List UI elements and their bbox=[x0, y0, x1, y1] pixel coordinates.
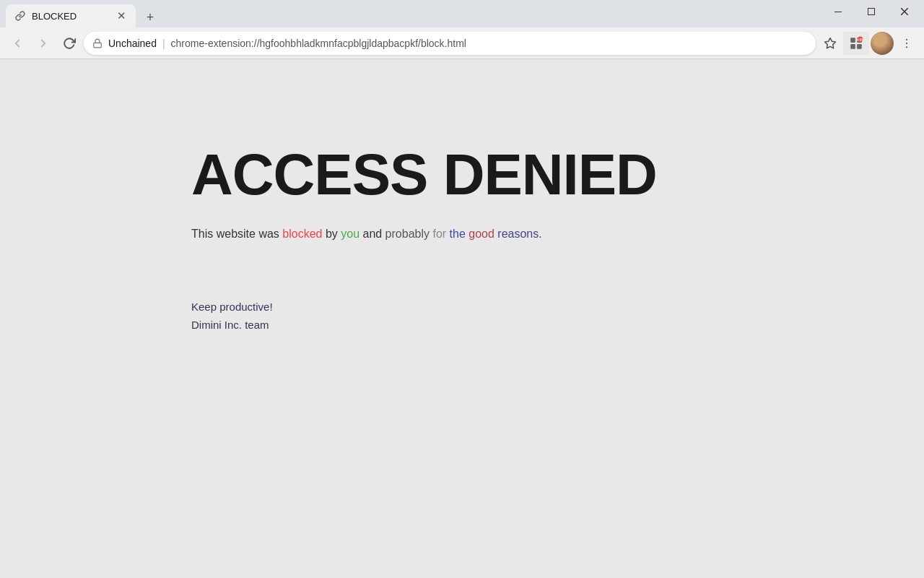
word-by: by bbox=[322, 228, 337, 240]
svg-marker-5 bbox=[825, 38, 836, 48]
site-name: Unchained bbox=[108, 38, 157, 49]
address-url: chrome-extension://hgfoohbhladkmnfacpblg… bbox=[171, 38, 466, 49]
title-bar: BLOCKED ✕ + bbox=[0, 0, 924, 27]
maximize-button[interactable] bbox=[855, 0, 888, 23]
team-name-text: Dimini Inc. team bbox=[191, 319, 269, 331]
bookmark-button[interactable] bbox=[819, 32, 842, 55]
word-reasons: reasons. bbox=[494, 228, 542, 240]
svg-rect-6 bbox=[850, 38, 855, 43]
forward-button[interactable] bbox=[32, 32, 55, 55]
page-content: ACCESS DENIED This website was blocked b… bbox=[0, 59, 924, 578]
chrome-menu-button[interactable] bbox=[895, 32, 918, 55]
svg-point-14 bbox=[906, 46, 907, 48]
tabs-area: BLOCKED ✕ + bbox=[0, 4, 821, 27]
tab-close-button[interactable]: ✕ bbox=[114, 9, 128, 23]
extensions-button[interactable]: 4:99 bbox=[843, 32, 869, 55]
back-button[interactable] bbox=[6, 32, 29, 55]
svg-rect-4 bbox=[94, 43, 102, 47]
lock-icon bbox=[92, 38, 103, 48]
word-and: and bbox=[359, 228, 382, 240]
blocked-subtitle: This website was blocked by you and prob… bbox=[191, 225, 542, 243]
svg-point-12 bbox=[906, 38, 907, 40]
nav-bar: Unchained | chrome-extension://hgfoohbhl… bbox=[0, 27, 924, 59]
close-button[interactable] bbox=[888, 0, 921, 23]
word-the: the bbox=[446, 228, 466, 240]
tab-favicon bbox=[14, 10, 26, 22]
keep-productive-text: Keep productive! bbox=[191, 301, 273, 313]
address-separator: | bbox=[162, 38, 165, 49]
window-controls bbox=[821, 0, 924, 27]
minimize-button[interactable] bbox=[821, 0, 855, 23]
access-denied-heading: ACCESS DENIED bbox=[191, 146, 657, 204]
new-tab-button[interactable]: + bbox=[139, 7, 162, 27]
svg-rect-0 bbox=[834, 12, 842, 12]
svg-text:4:99: 4:99 bbox=[857, 38, 863, 41]
word-good: good bbox=[466, 228, 494, 240]
svg-rect-9 bbox=[857, 44, 862, 49]
svg-rect-8 bbox=[850, 44, 855, 49]
word-was: was bbox=[256, 228, 279, 240]
avatar bbox=[871, 32, 894, 55]
word-probably: probably bbox=[382, 228, 430, 240]
profile-button[interactable] bbox=[871, 32, 894, 55]
word-you: you bbox=[338, 228, 359, 240]
word-website: website bbox=[213, 228, 256, 240]
active-tab[interactable]: BLOCKED ✕ bbox=[6, 4, 136, 27]
svg-rect-1 bbox=[868, 9, 875, 15]
word-for: for bbox=[430, 228, 446, 240]
nav-right-controls: 4:99 bbox=[819, 32, 918, 55]
svg-point-13 bbox=[906, 42, 907, 43]
tab-title: BLOCKED bbox=[32, 11, 108, 22]
reload-button[interactable] bbox=[58, 32, 81, 55]
chrome-window: BLOCKED ✕ + bbox=[0, 0, 924, 578]
word-blocked: blocked bbox=[279, 228, 323, 240]
word-this: This bbox=[191, 228, 213, 240]
address-bar[interactable]: Unchained | chrome-extension://hgfoohbhl… bbox=[84, 32, 816, 55]
